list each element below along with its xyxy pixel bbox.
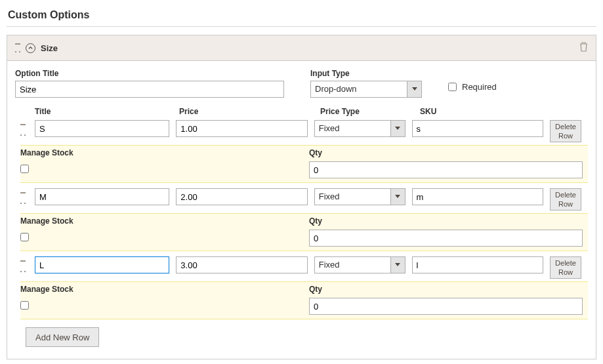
value-row: Fixed Delete Row Manage Stock Qty <box>20 119 588 183</box>
delete-row-button[interactable]: Delete Row <box>550 256 581 279</box>
drag-handle-icon[interactable] <box>20 260 26 272</box>
required-checkbox-wrap[interactable]: Required <box>448 82 497 92</box>
manage-stock-checkbox[interactable] <box>20 165 29 173</box>
qty-label: Qty <box>309 216 583 226</box>
manage-stock-label: Manage Stock <box>20 285 309 294</box>
value-price-input[interactable] <box>176 256 307 273</box>
header-title: Title <box>35 107 179 116</box>
section-title: Custom Options <box>7 7 596 27</box>
qty-input[interactable] <box>309 161 583 178</box>
option-panel: Size Option Title Input Type Drop-down <box>7 35 596 359</box>
stock-strip: Manage Stock Qty <box>20 213 588 251</box>
manage-stock-label: Manage Stock <box>20 148 309 157</box>
drag-handle-icon[interactable] <box>20 124 26 136</box>
input-type-value: Drop-down <box>311 81 407 97</box>
price-type-select[interactable]: Fixed <box>314 188 405 205</box>
header-price: Price <box>179 107 320 116</box>
value-title-input[interactable] <box>35 188 169 205</box>
value-row: Fixed Delete Row Manage Stock Qty <box>20 187 588 251</box>
value-sku-input[interactable] <box>412 256 543 273</box>
value-price-input[interactable] <box>176 120 307 137</box>
drag-handle-icon[interactable] <box>20 192 26 204</box>
value-title-input[interactable] <box>35 256 169 273</box>
price-type-select[interactable]: Fixed <box>314 120 405 137</box>
required-checkbox[interactable] <box>448 83 457 91</box>
chevron-down-icon <box>390 121 405 136</box>
stock-strip: Manage Stock Qty <box>20 145 588 183</box>
input-type-select[interactable]: Drop-down <box>310 81 422 98</box>
delete-row-button[interactable]: Delete Row <box>550 120 581 142</box>
manage-stock-checkbox[interactable] <box>20 301 29 310</box>
chevron-down-icon <box>390 189 405 205</box>
chevron-down-icon <box>390 257 405 273</box>
input-type-label: Input Type <box>310 69 422 78</box>
trash-icon[interactable] <box>579 42 588 54</box>
drag-handle-icon[interactable] <box>15 43 20 52</box>
qty-input[interactable] <box>309 298 583 315</box>
price-type-value: Fixed <box>315 257 390 273</box>
price-type-value: Fixed <box>315 189 390 205</box>
header-price-type: Price Type <box>320 107 420 116</box>
option-name: Size <box>41 43 579 53</box>
add-new-row-button[interactable]: Add New Row <box>26 327 99 347</box>
chevron-down-icon <box>407 81 421 97</box>
value-sku-input[interactable] <box>412 120 543 137</box>
option-title-label: Option Title <box>15 69 284 78</box>
price-type-value: Fixed <box>315 121 390 136</box>
qty-label: Qty <box>309 148 583 157</box>
value-headers-row: Title Price Price Type SKU <box>20 104 588 119</box>
manage-stock-label: Manage Stock <box>20 216 309 226</box>
qty-label: Qty <box>309 285 583 294</box>
value-title-input[interactable] <box>35 120 169 137</box>
collapse-icon[interactable] <box>26 43 35 53</box>
option-header: Size <box>7 35 596 61</box>
value-sku-input[interactable] <box>412 188 543 205</box>
required-label: Required <box>462 82 497 92</box>
stock-strip: Manage Stock Qty <box>20 281 588 319</box>
qty-input[interactable] <box>309 230 583 247</box>
value-price-input[interactable] <box>176 188 307 205</box>
header-sku: SKU <box>420 107 561 116</box>
price-type-select[interactable]: Fixed <box>314 256 405 273</box>
value-row: Fixed Delete Row Manage Stock Qty <box>20 255 588 319</box>
delete-row-button[interactable]: Delete Row <box>550 188 581 211</box>
manage-stock-checkbox[interactable] <box>20 233 29 241</box>
option-title-input[interactable] <box>15 81 284 98</box>
